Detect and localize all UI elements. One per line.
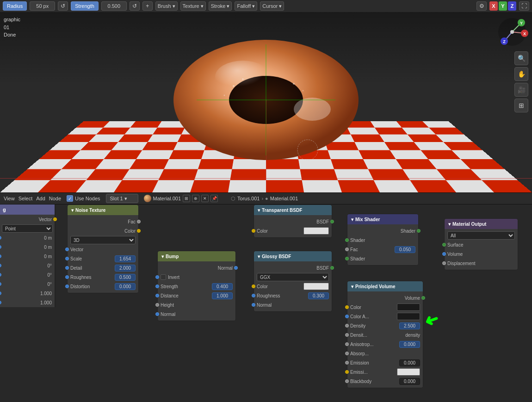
- glossy-ggx-row[interactable]: GGX: [254, 272, 332, 282]
- glossy-normal-socket: [252, 303, 255, 307]
- transparent-bsdf-node: ▾ Transparent BSDF BSDF Color: [254, 204, 332, 238]
- noise-scale-row[interactable]: Scale 1.654: [68, 254, 138, 263]
- noise-scale-value[interactable]: 1.654: [115, 255, 136, 262]
- camera-icon[interactable]: 🎥: [514, 83, 528, 97]
- glossy-roughness-row[interactable]: Roughness 0.300: [254, 291, 332, 300]
- slot-dropdown[interactable]: Slot 1 ▾: [106, 194, 138, 203]
- bump-invert-row[interactable]: Invert: [158, 272, 235, 282]
- mix-shader-fac-row[interactable]: Fac 0.050: [347, 245, 418, 254]
- bump-normal-out-row: Normal: [158, 263, 235, 272]
- pv-emissive-row[interactable]: Emissi...: [347, 367, 423, 377]
- pan-icon[interactable]: ✋: [514, 67, 528, 81]
- pv-emission-row[interactable]: Emission 0.000: [347, 358, 423, 367]
- glossy-roughness-value[interactable]: 0.300: [308, 292, 329, 299]
- noise-roughness-value[interactable]: 0.500: [115, 274, 136, 281]
- grid-icon[interactable]: ⊞: [514, 99, 528, 112]
- z-axis-btn[interactable]: Z: [508, 1, 516, 11]
- noise-roughness-row[interactable]: Roughnes 0.500: [68, 272, 138, 282]
- bump-distance-row[interactable]: Distance 1.000: [158, 291, 235, 300]
- 3d-viewport[interactable]: graphic 01 Done Y X Z 🔍 ✋ 🎥 ⊞: [0, 12, 532, 192]
- pv-volume-out-row: Volume: [347, 293, 423, 303]
- bump-distance-value[interactable]: 1.000: [212, 292, 233, 299]
- falloff-dropdown[interactable]: Falloff ▾: [235, 1, 257, 11]
- svg-point-22: [510, 30, 514, 34]
- radius-label: Radius: [7, 3, 23, 9]
- strength-btn[interactable]: Strength: [71, 1, 99, 11]
- point-select[interactable]: Point: [2, 224, 53, 233]
- left-node-row-3: 0 m: [0, 252, 55, 261]
- strength-icon-btn[interactable]: ↺: [130, 1, 140, 11]
- noise-distortion-value[interactable]: 0.000: [115, 283, 136, 290]
- principled-volume-node: ▾ Principled Volume Volume Color Color A…: [347, 281, 423, 388]
- vector-socket-out: [53, 217, 57, 221]
- texture-dropdown[interactable]: Texture ▾: [180, 1, 206, 11]
- xyz-group: X Y Z: [489, 1, 516, 11]
- gizmo-container[interactable]: Y X Z: [496, 16, 528, 48]
- glossy-color-swatch[interactable]: [303, 283, 329, 290]
- pv-densit-row[interactable]: Densit... density: [347, 330, 423, 340]
- material-output-all-row[interactable]: All: [445, 231, 518, 240]
- radius-input[interactable]: 50 px: [30, 1, 55, 11]
- pv-color-a-swatch[interactable]: [397, 313, 420, 320]
- bump-strength-value[interactable]: 0.400: [212, 283, 233, 290]
- noise-mode-row[interactable]: 3D: [68, 235, 138, 245]
- cursor-dropdown[interactable]: Cursor ▾: [260, 1, 284, 11]
- pv-density-row[interactable]: Density 2.500: [347, 321, 423, 330]
- stroke-dropdown[interactable]: Stroke ▾: [209, 1, 232, 11]
- strength-input[interactable]: 0.500: [101, 1, 127, 11]
- pv-absorption-row: Absorp...: [347, 349, 423, 358]
- pv-anisotropy-row[interactable]: Anisotrop... 0.000: [347, 340, 423, 349]
- radius-icon-btn[interactable]: ↺: [58, 1, 68, 11]
- material-selector[interactable]: Material.001 ⊞ ⊕ ✕ 📌: [144, 195, 218, 202]
- transparent-color-row[interactable]: Color: [254, 226, 332, 235]
- material-all-select[interactable]: All: [447, 231, 515, 240]
- strength-label: Strength: [75, 3, 94, 9]
- bump-header: ▾ Bump: [158, 251, 235, 261]
- zoom-icon[interactable]: 🔍: [514, 51, 528, 65]
- mix-shader-in1-socket: [345, 238, 349, 242]
- menu-view[interactable]: View: [4, 196, 15, 201]
- use-nodes-toggle[interactable]: ✓ Use Nodes: [67, 195, 100, 202]
- viewport-tools: 🔍 ✋ 🎥 ⊞: [514, 51, 528, 112]
- left-node-vector-row: Vector: [0, 215, 55, 224]
- menu-node[interactable]: Node: [49, 196, 61, 201]
- pv-color-swatch[interactable]: [397, 303, 420, 311]
- noise-detail-value[interactable]: 2.000: [115, 265, 136, 272]
- menu-select[interactable]: Select: [19, 196, 33, 201]
- material-displacement-socket: [442, 261, 446, 265]
- mix-fac-value[interactable]: 0.050: [395, 246, 415, 253]
- menu-add[interactable]: Add: [36, 196, 45, 201]
- add-icon[interactable]: +: [142, 1, 153, 11]
- y-axis-btn[interactable]: Y: [499, 1, 507, 11]
- bump-strength-row[interactable]: Strength 0.400: [158, 282, 235, 291]
- noise-detail-socket: [65, 266, 69, 270]
- bump-node: ▾ Bump Normal Invert Strength 0.400: [157, 251, 236, 321]
- transparent-color-swatch[interactable]: [303, 227, 329, 235]
- viewport-label: graphic 01 Done: [4, 16, 20, 39]
- left-node-point-row[interactable]: Point: [0, 224, 55, 233]
- glossy-color-row[interactable]: Color: [254, 282, 332, 291]
- pv-emissive-swatch[interactable]: [397, 368, 420, 376]
- pv-density-value[interactable]: 2.500: [399, 322, 420, 329]
- pv-anisotropy-value[interactable]: 0.000: [399, 341, 420, 348]
- pv-color-row[interactable]: Color: [347, 303, 423, 312]
- radius-btn[interactable]: Radius: [3, 1, 27, 11]
- material-volume-row: Volume: [445, 249, 518, 259]
- noise-detail-row[interactable]: Detail 2.000: [68, 263, 138, 272]
- noise-distortion-row[interactable]: Distortion 0.000: [68, 282, 138, 291]
- bump-strength-socket: [155, 284, 159, 288]
- glossy-ggx-select[interactable]: GGX: [257, 273, 329, 281]
- pv-blackbody-row[interactable]: Blackbody 0.000: [347, 377, 423, 386]
- x-axis-btn[interactable]: X: [489, 1, 498, 11]
- bump-invert-checkbox[interactable]: [161, 274, 166, 280]
- pv-emission-value[interactable]: 0.000: [399, 359, 420, 366]
- pv-color-a-row[interactable]: Color A...: [347, 312, 423, 321]
- pv-emission-socket: [345, 361, 349, 365]
- brush-dropdown[interactable]: Brush ▾: [155, 1, 178, 11]
- settings-icon[interactable]: ⚙: [476, 1, 487, 11]
- glossy-bsdf-node: ▾ Glossy BSDF BSDF GGX Color: [254, 251, 332, 312]
- noise-mode-select[interactable]: 3D: [70, 236, 136, 244]
- fullscreen-icon[interactable]: ⛶: [519, 1, 529, 11]
- pv-blackbody-value[interactable]: 0.000: [399, 378, 420, 385]
- nodes-canvas[interactable]: g Vector Point 0 m 0 m 0 m 0°: [0, 204, 532, 402]
